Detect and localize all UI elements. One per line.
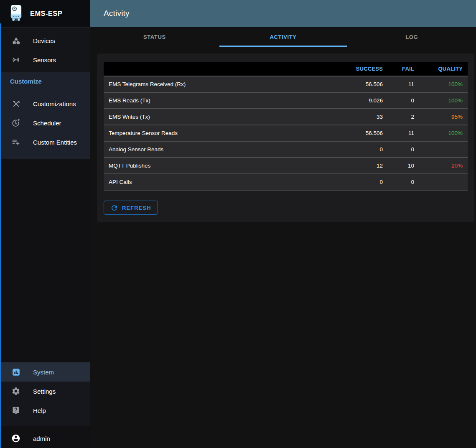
row-fail: 2: [389, 109, 421, 125]
table-row: MQTT Publishes121020%: [104, 158, 468, 174]
refresh-icon: [110, 204, 118, 212]
tab-bar: STATUS ACTIVITY LOG: [90, 27, 476, 47]
row-quality: [421, 174, 468, 190]
appbar: Activity: [90, 0, 476, 27]
col-success: SUCCESS: [339, 62, 389, 76]
admin-area: admin: [0, 426, 90, 448]
sidebar-item-label: Sensors: [33, 56, 56, 64]
sidebar-item-admin[interactable]: admin: [0, 429, 90, 448]
sidebar-item-customizations[interactable]: Customizations: [0, 94, 90, 113]
sidebar-item-settings[interactable]: Settings: [0, 382, 90, 401]
col-fail: FAIL: [389, 62, 421, 76]
row-quality: 100%: [421, 76, 468, 92]
customize-section: Customize Customizations: [0, 72, 90, 159]
sidebar-nav-top: Devices Sensors: [0, 28, 90, 72]
row-label: Analog Sensor Reads: [104, 141, 339, 158]
col-quality: QUALITY: [421, 62, 468, 76]
sidebar: EMS-ESP Devices: [0, 0, 90, 448]
admin-username: admin: [33, 435, 50, 442]
sidebar-item-scheduler[interactable]: Scheduler: [0, 113, 90, 132]
sidebar-item-help[interactable]: Help: [0, 401, 90, 420]
table-row: EMS Telegrams Received (Rx)56.50611100%: [104, 76, 468, 92]
row-label: Temperature Sensor Reads: [104, 125, 339, 141]
gear-icon: [11, 387, 20, 396]
sidebar-item-devices[interactable]: Devices: [0, 31, 90, 50]
tab-activity[interactable]: ACTIVITY: [219, 27, 348, 47]
row-success: 0: [339, 141, 389, 158]
table-row: EMS Reads (Tx)9.0260100%: [104, 92, 468, 109]
sidebar-item-label: System: [33, 369, 54, 376]
sidebar-item-label: Custom Entities: [33, 139, 77, 146]
col-name: [104, 62, 339, 76]
sidebar-item-label: Customizations: [33, 100, 76, 107]
row-quality: 100%: [421, 125, 468, 141]
row-quality: 95%: [421, 109, 468, 125]
row-fail: 0: [389, 92, 421, 109]
window-edge-highlight: [0, 23, 1, 448]
more-time-icon: [11, 118, 20, 127]
customize-section-header: Customize: [0, 72, 90, 94]
help-icon: [11, 406, 20, 415]
playlist-add-icon: [11, 137, 20, 147]
main-content: Activity STATUS ACTIVITY LOG SUCCESS FAI…: [90, 0, 476, 448]
sidebar-nav-bottom: System Settings Help: [0, 362, 90, 426]
ems-esp-app: EMS-ESP Devices: [0, 0, 476, 448]
row-label: API Calls: [104, 174, 339, 190]
table-row: Temperature Sensor Reads56.50611100%: [104, 125, 468, 141]
row-success: 9.026: [339, 92, 389, 109]
row-quality: 20%: [421, 158, 468, 174]
refresh-button[interactable]: REFRESH: [104, 201, 158, 215]
activity-table: SUCCESS FAIL QUALITY EMS Telegrams Recei…: [104, 62, 468, 191]
row-fail: 0: [389, 174, 421, 190]
row-fail: 0: [389, 141, 421, 158]
sidebar-item-label: Settings: [33, 388, 56, 395]
table-row: EMS Writes (Tx)33295%: [104, 109, 468, 125]
row-fail: 11: [389, 125, 421, 141]
sidebar-item-label: Scheduler: [33, 120, 61, 127]
row-quality: 100%: [421, 92, 468, 109]
table-row: Analog Sensor Reads00: [104, 141, 468, 158]
account-icon: [11, 434, 20, 443]
page-title: Activity: [104, 9, 130, 18]
activity-table-body: EMS Telegrams Received (Rx)56.50611100%E…: [104, 76, 468, 190]
row-fail: 10: [389, 158, 421, 174]
row-label: EMS Telegrams Received (Rx): [104, 76, 339, 92]
sidebar-spacer: [0, 159, 90, 362]
app-title: EMS-ESP: [30, 10, 62, 18]
boiler-logo-icon: [9, 5, 23, 23]
activity-table-header: SUCCESS FAIL QUALITY: [104, 62, 468, 76]
row-success: 12: [339, 158, 389, 174]
tab-status[interactable]: STATUS: [90, 27, 219, 47]
sidebar-item-label: Devices: [33, 37, 55, 44]
row-label: EMS Reads (Tx): [104, 92, 339, 109]
sidebar-item-label: Help: [33, 407, 46, 414]
activity-panel: SUCCESS FAIL QUALITY EMS Telegrams Recei…: [97, 53, 474, 222]
row-label: EMS Writes (Tx): [104, 109, 339, 125]
analytics-icon: [11, 367, 20, 377]
sidebar-item-custom-entities[interactable]: Custom Entities: [0, 132, 90, 152]
sidebar-item-sensors[interactable]: Sensors: [0, 50, 90, 69]
tab-log[interactable]: LOG: [347, 27, 476, 47]
row-success: 56.506: [339, 125, 389, 141]
row-success: 33: [339, 109, 389, 125]
logo-area: EMS-ESP: [0, 0, 90, 28]
table-row: API Calls00: [104, 174, 468, 190]
sidebar-item-system[interactable]: System: [0, 362, 90, 382]
row-success: 56.506: [339, 76, 389, 92]
row-fail: 11: [389, 76, 421, 92]
construction-icon: [11, 99, 20, 108]
category-icon: [11, 36, 20, 45]
row-label: MQTT Publishes: [104, 158, 339, 174]
row-success: 0: [339, 174, 389, 190]
row-quality: [421, 141, 468, 158]
refresh-button-label: REFRESH: [122, 205, 151, 211]
sensors-icon: [11, 55, 20, 64]
